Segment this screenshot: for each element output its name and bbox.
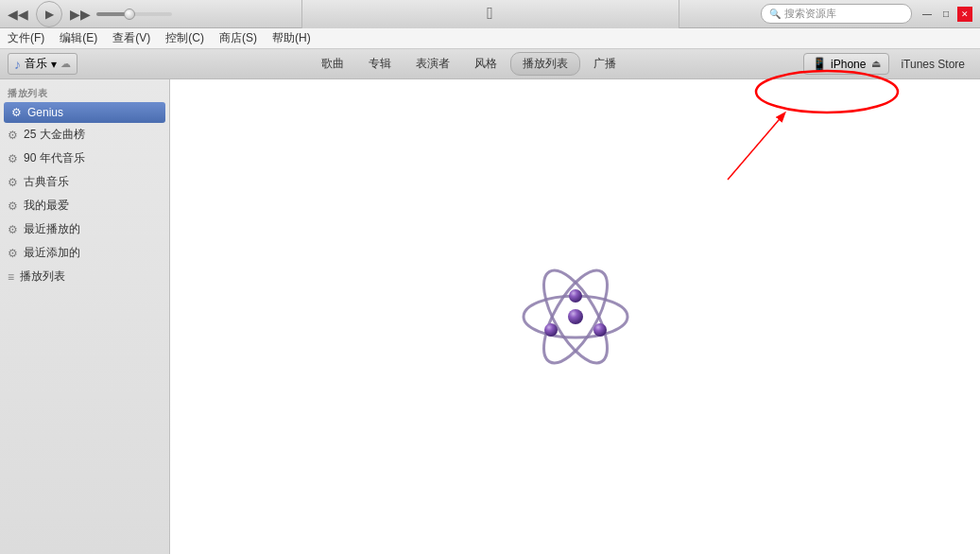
music-selector[interactable]: ♪ 音乐 ▾ ☁ <box>8 53 77 75</box>
top25-icon: ⚙ <box>8 129 18 142</box>
tab-genres[interactable]: 风格 <box>463 53 508 75</box>
forward-button[interactable]: ▶▶ <box>70 7 91 22</box>
tab-playlists[interactable]: 播放列表 <box>510 52 580 76</box>
sidebar-item-recent-played[interactable]: ⚙ 最近播放的 <box>0 217 169 241</box>
svg-point-5 <box>593 323 607 337</box>
menu-edit[interactable]: 编辑(E) <box>60 30 97 46</box>
menu-control[interactable]: 控制(C) <box>165 30 204 46</box>
volume-slider[interactable] <box>96 12 172 16</box>
search-bar[interactable]: 🔍 搜索资源库 <box>761 4 912 24</box>
sidebar: 播放列表 ⚙ Genius ⚙ 25 大金曲榜 ⚙ 90 年代音乐 ⚙ 古典音乐… <box>0 79 170 554</box>
maximize-button[interactable]: □ <box>938 7 954 22</box>
sidebar-item-playlist[interactable]: ≡ 播放列表 <box>0 265 169 288</box>
dropdown-arrow-icon: ▾ <box>51 58 57 71</box>
play-button[interactable]: ▶ <box>36 1 62 27</box>
playback-controls: ◀◀ ▶ ▶▶ <box>8 1 91 27</box>
back-button[interactable]: ◀◀ <box>8 7 28 22</box>
music-note-icon: ♪ <box>14 57 21 72</box>
sidebar-label-favorites: 我的最爱 <box>24 198 69 214</box>
close-button[interactable]: ✕ <box>957 7 972 22</box>
iphone-icon: 📱 <box>812 57 827 71</box>
sidebar-item-classical[interactable]: ⚙ 古典音乐 <box>0 170 169 194</box>
window-controls: — □ ✕ <box>920 7 972 22</box>
sidebar-label-top25: 25 大金曲榜 <box>24 127 85 143</box>
atom-svg <box>509 251 642 383</box>
sidebar-item-top25[interactable]: ⚙ 25 大金曲榜 <box>0 123 169 147</box>
sidebar-section-label: 播放列表 <box>0 83 169 102</box>
search-input[interactable]: 搜索资源库 <box>784 7 836 21</box>
nav-bar: ♪ 音乐 ▾ ☁ 歌曲 专辑 表演者 风格 播放列表 广播 📱 iPhone ⏏… <box>0 49 980 79</box>
search-icon: 🔍 <box>769 9 781 19</box>
tab-songs[interactable]: 歌曲 <box>310 53 355 75</box>
svg-point-4 <box>569 289 582 303</box>
classical-icon: ⚙ <box>8 176 18 189</box>
sidebar-item-recent-added[interactable]: ⚙ 最近添加的 <box>0 241 169 265</box>
minimize-button[interactable]: — <box>920 7 935 22</box>
tab-radio[interactable]: 广播 <box>582 53 628 75</box>
title-bar: ◀◀ ▶ ▶▶  🔍 搜索资源库 — □ ✕ <box>0 0 980 28</box>
playlist-icon: ≡ <box>8 270 14 284</box>
sidebar-item-genius[interactable]: ⚙ Genius <box>4 102 165 123</box>
genius-icon: ⚙ <box>11 106 22 119</box>
favorites-icon: ⚙ <box>8 199 18 213</box>
tab-albums[interactable]: 专辑 <box>357 53 403 75</box>
main-area: 播放列表 ⚙ Genius ⚙ 25 大金曲榜 ⚙ 90 年代音乐 ⚙ 古典音乐… <box>0 79 980 554</box>
atom-illustration <box>509 251 642 383</box>
svg-point-6 <box>544 323 558 337</box>
content-area <box>170 79 980 554</box>
sidebar-label-recent-added: 最近添加的 <box>24 245 80 261</box>
title-bar-right: 🔍 搜索资源库 — □ ✕ <box>761 4 972 24</box>
recent-played-icon: ⚙ <box>8 223 18 236</box>
itunes-store-button[interactable]: iTunes Store <box>893 55 972 74</box>
menu-file[interactable]: 文件(F) <box>8 30 44 46</box>
sidebar-label-recent-played: 最近播放的 <box>24 221 80 237</box>
iphone-button[interactable]: 📱 iPhone ⏏ <box>803 53 889 75</box>
apple-logo-icon:  <box>487 4 493 24</box>
eject-icon[interactable]: ⏏ <box>871 58 881 70</box>
tab-artists[interactable]: 表演者 <box>404 53 461 75</box>
sidebar-label-classical: 古典音乐 <box>24 174 69 190</box>
menu-bar: 文件(F) 编辑(E) 查看(V) 控制(C) 商店(S) 帮助(H) <box>0 28 980 49</box>
cloud-icon: ☁ <box>60 58 71 70</box>
sidebar-label-playlist: 播放列表 <box>20 268 65 285</box>
nav-right: 📱 iPhone ⏏ iTunes Store <box>803 53 972 75</box>
iphone-label: iPhone <box>831 58 866 71</box>
nav-tabs: 歌曲 专辑 表演者 风格 播放列表 广播 <box>138 52 799 76</box>
90s-icon: ⚙ <box>8 152 18 165</box>
menu-store[interactable]: 商店(S) <box>219 30 257 46</box>
svg-point-3 <box>568 309 583 324</box>
title-bar-left: ◀◀ ▶ ▶▶ <box>8 1 172 27</box>
sidebar-item-favorites[interactable]: ⚙ 我的最爱 <box>0 194 169 217</box>
music-label: 音乐 <box>25 56 47 72</box>
title-center:  <box>301 0 679 28</box>
sidebar-item-90s[interactable]: ⚙ 90 年代音乐 <box>0 147 169 170</box>
menu-view[interactable]: 查看(V) <box>112 30 150 46</box>
sidebar-label-genius: Genius <box>27 106 63 119</box>
volume-knob[interactable] <box>124 9 135 20</box>
menu-help[interactable]: 帮助(H) <box>272 30 311 46</box>
sidebar-label-90s: 90 年代音乐 <box>24 150 85 166</box>
recent-added-icon: ⚙ <box>8 247 18 260</box>
